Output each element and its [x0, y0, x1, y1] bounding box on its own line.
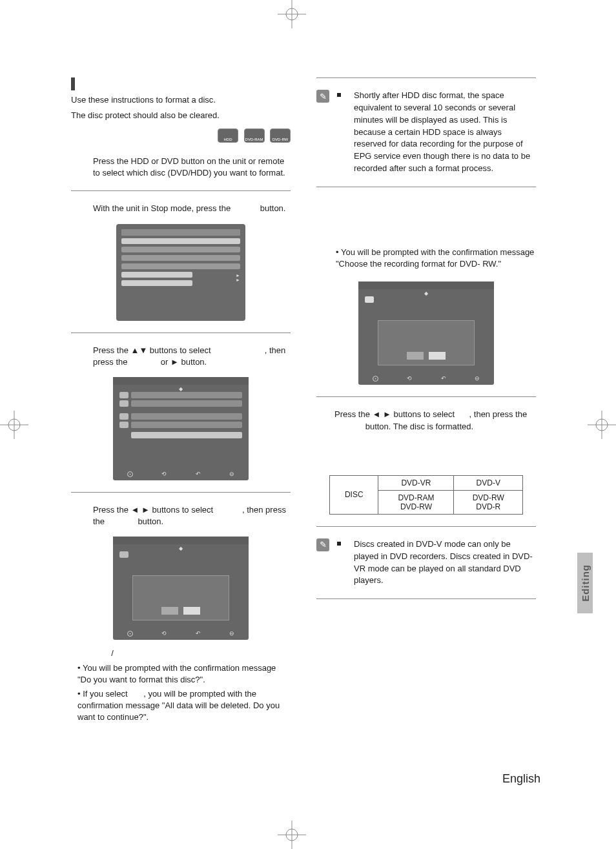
square-bullet-icon: [337, 93, 341, 97]
hdd-ram-label: HDD/DVD-RAM: [71, 648, 291, 659]
divider: [71, 190, 291, 191]
step-3-c: or ► button.: [161, 357, 207, 367]
toolbar-icon: ↶: [196, 471, 201, 477]
crop-mark-left: [0, 411, 28, 439]
step-2-text-b: button.: [260, 203, 286, 213]
divider: [316, 187, 536, 187]
table-cell: DVD-RAMDVD-RW: [378, 490, 454, 514]
note-2-text: Discs created in DVD-V mode can only be …: [354, 538, 536, 587]
format-table: DISC DVD-VR DVD-V DVD-RAMDVD-RW DVD-RWDV…: [329, 475, 523, 515]
bullet-b: If you select Yes, you will be prompted …: [71, 688, 291, 724]
step-5: 5Press the ◄ ► buttons to select OK, the…: [316, 409, 536, 432]
divider: [316, 526, 536, 527]
note-icon: ✎: [316, 538, 329, 551]
table-cell: DVD-RWDVD-R: [454, 490, 523, 514]
section-title: Formatting a Disc: [71, 77, 291, 90]
step-4-a: Press the ◄ ► buttons to select: [93, 505, 213, 515]
step-3: 3Press the ▲▼ buttons to select Disc Man…: [71, 345, 291, 368]
menu-screen-2: ◆ ⨀ ⟲ ↶ ⊖: [113, 377, 249, 480]
step-2: 2With the unit in Stop mode, press the M…: [71, 203, 291, 214]
dvd-rw-heading: DVD-RW: [316, 232, 536, 244]
step-1-text: Press the HDD or DVD button on the unit …: [93, 156, 285, 178]
divider: [316, 396, 536, 397]
toolbar-icon: ⨀: [127, 471, 133, 477]
step-5-a: Press the ◄ ► buttons to select: [334, 409, 455, 419]
intro-line-1: Use these instructions to format a disc.: [71, 94, 291, 106]
rw-bullet: • You will be prompted with the confirma…: [316, 247, 536, 270]
footer: English - 00: [71, 772, 564, 786]
crop-mark-bottom: [278, 821, 306, 849]
intro-line-2: The disc protect should also be cleared.: [71, 110, 291, 121]
side-tab-label: Editing: [580, 564, 591, 602]
bullet-a: You will be prompted with the confirmati…: [71, 662, 291, 686]
divider: [316, 598, 536, 599]
menu-screen-4: ◆ ⨀ ⟲ ↶ ⊖: [358, 281, 494, 385]
step-3-a: Press the ▲▼ buttons to select: [93, 345, 211, 355]
side-tab: Editing: [577, 553, 593, 613]
menu-screen-3: ◆ ⨀ ⟲ ↶ ⊖: [113, 537, 249, 640]
note-1-text: Shortly after HDD disc format, the space…: [354, 90, 536, 175]
dvd-rw-icon: DVD-RW: [270, 128, 291, 143]
table-header: DVD-VR: [378, 475, 454, 490]
note-2: ✎ Discs created in DVD-V mode can only b…: [316, 538, 536, 587]
toolbar-icon: ⟲: [161, 471, 167, 477]
step-2-text-a: With the unit in Stop mode, press the: [93, 203, 231, 213]
footer-page-number: - 00: [544, 772, 564, 786]
crop-mark-top: [278, 0, 306, 28]
page: Formatting a Disc Use these instructions…: [0, 0, 616, 849]
menu-screen-1: ►►: [116, 224, 245, 321]
step-4: 4Press the ◄ ► buttons to select Format,…: [71, 504, 291, 527]
note-icon: ✎: [316, 90, 329, 103]
media-icons: HDD DVD-RAM DVD-RW: [71, 128, 291, 145]
hdd-icon: HDD: [218, 128, 238, 143]
table-header: DVD-V: [454, 475, 523, 490]
divider: [71, 492, 291, 493]
crop-mark-right: [588, 411, 616, 439]
divider: [71, 332, 291, 333]
left-column: Formatting a Disc Use these instructions…: [71, 77, 291, 726]
toolbar-icon: ⊖: [229, 471, 234, 477]
divider: [316, 77, 536, 78]
square-bullet-icon: [337, 542, 341, 546]
note-1: ✎ Shortly after HDD disc format, the spa…: [316, 90, 536, 175]
right-column: ✎ Shortly after HDD disc format, the spa…: [316, 77, 536, 611]
step-5-b: , then press the: [469, 409, 528, 419]
footer-language: English: [502, 772, 540, 786]
step-4-c: button.: [138, 517, 163, 526]
step-1: 1Press the HDD or DVD button on the unit…: [71, 156, 291, 179]
step-5-c: button. The disc is formatted.: [365, 422, 473, 431]
dvd-ram-icon: DVD-RAM: [244, 128, 265, 143]
table-row-label: DISC: [330, 475, 378, 514]
